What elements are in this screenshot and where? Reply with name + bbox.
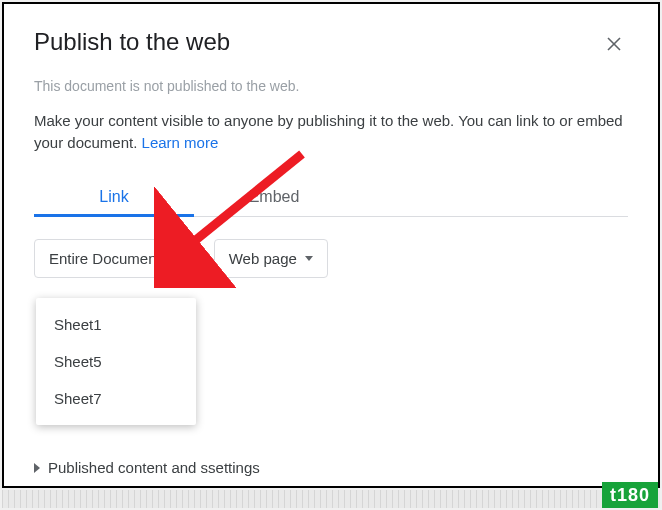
tab-embed[interactable]: Embed bbox=[194, 178, 354, 216]
close-button[interactable] bbox=[600, 30, 628, 58]
watermark-badge: t180 bbox=[602, 482, 658, 508]
format-dropdown[interactable]: Web page bbox=[214, 239, 328, 278]
menu-item-sheet[interactable]: Sheet7 bbox=[36, 380, 196, 417]
scope-dropdown-label: Entire Document bbox=[49, 250, 161, 267]
description-body: Make your content visible to anyone by p… bbox=[34, 112, 623, 151]
dialog-header: Publish to the web bbox=[34, 28, 628, 58]
menu-item-sheet[interactable]: Sheet5 bbox=[36, 343, 196, 380]
chevron-down-icon bbox=[169, 256, 177, 261]
tab-link[interactable]: Link bbox=[34, 178, 194, 216]
spreadsheet-grid-edge bbox=[2, 490, 660, 508]
tab-bar: Link Embed bbox=[34, 178, 628, 217]
learn-more-link[interactable]: Learn more bbox=[142, 134, 219, 151]
not-published-text: This document is not published to the we… bbox=[34, 78, 628, 94]
published-content-expander[interactable]: Published content and ssettings bbox=[34, 459, 260, 476]
scope-dropdown[interactable]: Entire Document bbox=[34, 239, 192, 278]
close-icon bbox=[606, 36, 622, 52]
expander-label: Published content and ssettings bbox=[48, 459, 260, 476]
chevron-down-icon bbox=[305, 256, 313, 261]
menu-item-sheet[interactable]: Sheet1 bbox=[36, 306, 196, 343]
scope-dropdown-menu: Sheet1 Sheet5 Sheet7 bbox=[36, 298, 196, 425]
chevron-right-icon bbox=[34, 463, 40, 473]
dialog-title: Publish to the web bbox=[34, 28, 230, 56]
description-text: Make your content visible to anyone by p… bbox=[34, 110, 628, 154]
format-dropdown-label: Web page bbox=[229, 250, 297, 267]
controls-row: Entire Document Web page bbox=[34, 239, 628, 278]
